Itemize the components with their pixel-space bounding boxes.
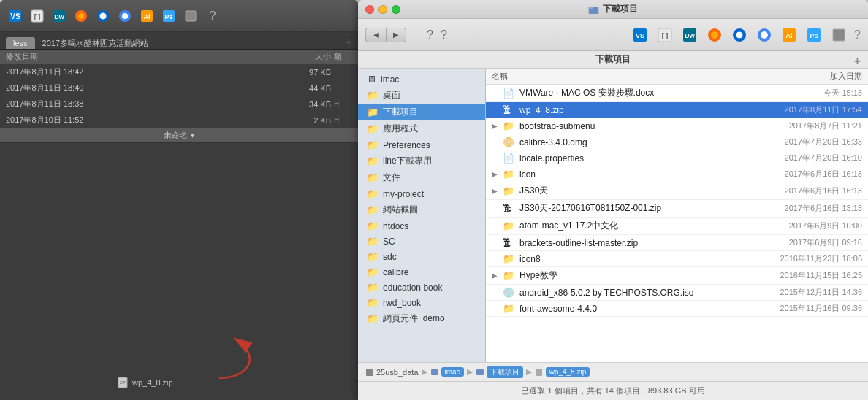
expand-arrow: ▶ xyxy=(492,122,499,130)
folder-icon: 📁 xyxy=(367,313,378,324)
sidebar-item-desktop[interactable]: 📁 桌面 xyxy=(358,87,485,104)
folder-icon: 📁 xyxy=(367,90,378,101)
file-entry[interactable]: ▶ 📁 icon 2017年6月16日 16:13 xyxy=(486,166,868,182)
iso-icon: 💿 xyxy=(503,287,516,298)
date-column-header: 修改日期 xyxy=(6,51,291,62)
finder-subtitle: 下載項目 + xyxy=(358,51,868,69)
photoshop-icon[interactable]: Ps xyxy=(159,7,178,26)
svg-text:Ps: Ps xyxy=(810,32,818,39)
file-list: 2017年8月11日 18:42 97 KB 2017年8月11日 18:40 … xyxy=(0,64,358,128)
sidebar-item-sdc[interactable]: 📁 sdc xyxy=(358,249,485,264)
type-column-header: 類 xyxy=(334,51,352,62)
file-entry-selected[interactable]: 🗜 wp_4_8.zip 2017年8月11日 17:54 xyxy=(486,102,868,118)
illustrator-icon[interactable]: Ai xyxy=(137,7,156,26)
sidebar-item-myproject[interactable]: 📁 my-project xyxy=(358,186,485,201)
size-column-header: 大小 xyxy=(291,51,331,62)
svg-rect-42 xyxy=(536,369,542,376)
help-button-2[interactable]: ? xyxy=(441,28,447,42)
file-entry[interactable]: 📁 icon8 2016年11月23日 18:06 xyxy=(486,251,868,267)
toolbar-vs-icon[interactable]: VS xyxy=(631,26,650,45)
sidebar-item-apps[interactable]: 📁 應用程式 xyxy=(358,120,485,137)
new-tab-button[interactable]: + xyxy=(346,36,352,49)
file-entry[interactable]: 🗜 brackets-outline-list-master.zip 2017年… xyxy=(486,235,868,251)
file-row[interactable]: 2017年8月11日 18:42 97 KB xyxy=(0,64,358,80)
file-entry[interactable]: 📄 VMWare - MAC OS 安裝步驟.docx 今天 15:13 xyxy=(486,85,868,102)
sidebar-item-screenshots[interactable]: 📁 網站截圖 xyxy=(358,201,485,218)
finder-titlebar: 下載項目 xyxy=(358,0,868,19)
svg-point-33 xyxy=(761,31,768,39)
sidebar-item-imac[interactable]: 🖥 imac xyxy=(358,72,485,87)
sidebar-item-webcomponents[interactable]: 📁 網頁元件_demo xyxy=(358,310,485,327)
toolbar-ai-icon[interactable]: Ai xyxy=(780,26,799,45)
svg-text:[ ]: [ ] xyxy=(34,13,41,20)
file-entry[interactable]: ▶ 📁 Hype教學 2016年11月15日 16:25 xyxy=(486,267,868,285)
toolbar-ps-icon[interactable]: Ps xyxy=(804,26,823,45)
add-item-button[interactable]: + xyxy=(854,55,861,68)
finder-window: 下載項目 ◀ ▶ ? ? VS [ ] Dw xyxy=(358,0,868,400)
sidebar-item-files[interactable]: 📁 文件 xyxy=(358,169,485,186)
zip-file-icon: ZIP xyxy=(117,377,129,388)
maximize-button[interactable] xyxy=(392,5,400,14)
sidebar-item-rwdbook[interactable]: 📁 rwd_book xyxy=(358,295,485,310)
file-entry[interactable]: 📁 atom-mac_v1.17.2中文化 2017年6月9日 10:00 xyxy=(486,218,868,235)
file-entry[interactable]: 📁 font-awesome-4.4.0 2015年11月16日 09:36 xyxy=(486,301,868,317)
file-entry[interactable]: 💿 android_x86-5.0.2 by TECHPOSTS.ORG.iso… xyxy=(486,285,868,301)
visual-studio-icon[interactable]: VS xyxy=(6,7,25,26)
path-item[interactable]: 25usb_data xyxy=(365,368,419,377)
file-icon: 📄 xyxy=(503,88,516,99)
path-item[interactable]: imac xyxy=(430,367,464,377)
path-item[interactable]: wp_4_8.zip xyxy=(535,367,590,377)
folder-icon: 📁 xyxy=(367,282,378,293)
path-item[interactable]: 下載項目 xyxy=(476,366,523,378)
chrome-icon[interactable] xyxy=(115,7,134,26)
file-list-header: 修改日期 大小 類 xyxy=(0,50,358,64)
sidebar-item-htdocs[interactable]: 📁 htdocs xyxy=(358,218,485,234)
nav-buttons: ◀ ▶ xyxy=(365,28,406,42)
file-row[interactable]: 2017年8月10日 11:52 2 KB H xyxy=(0,112,358,128)
toolbar-chrome-icon[interactable] xyxy=(755,26,774,45)
help-icon[interactable]: ? xyxy=(203,7,222,26)
toolbar-compress-icon[interactable] xyxy=(829,26,848,45)
toolbar-help-icon[interactable]: ? xyxy=(854,28,861,42)
compress-icon[interactable] xyxy=(181,7,200,26)
toolbar-ff-icon[interactable] xyxy=(705,26,724,45)
firefox-icon[interactable] xyxy=(72,7,91,26)
help-button-1[interactable]: ? xyxy=(427,28,433,42)
sidebar-item-calibre[interactable]: 📁 calibre xyxy=(358,264,485,280)
sidebar-item-sc[interactable]: 📁 SC xyxy=(358,234,485,249)
dreamweaver-icon[interactable]: Dw xyxy=(50,7,69,26)
less-tab[interactable]: less xyxy=(6,37,35,49)
toolbar-safari-icon[interactable] xyxy=(730,26,749,45)
file-entry[interactable]: 📀 calibre-3.4.0.dmg 2017年7月20日 16:33 xyxy=(486,134,868,150)
svg-point-7 xyxy=(78,13,84,19)
file-row[interactable]: 2017年8月11日 18:40 44 KB xyxy=(0,80,358,96)
file-row[interactable]: 2017年8月11日 18:38 34 KB H xyxy=(0,96,358,112)
folder-icon: 📁 xyxy=(367,297,378,308)
folder-icon: 📁 xyxy=(503,120,516,131)
folder-icon: 📁 xyxy=(503,185,516,196)
back-button[interactable]: ◀ xyxy=(365,28,386,42)
close-button[interactable] xyxy=(365,5,374,14)
left-editor-panel: VS [ ] Dw Ai Ps ? less xyxy=(0,0,358,400)
toolbar-brackets-icon[interactable]: [ ] xyxy=(655,26,674,45)
folder-icon: 📁 xyxy=(367,107,378,118)
toolbar-dw-icon[interactable]: Dw xyxy=(680,26,699,45)
folder-icon: 📁 xyxy=(503,253,516,264)
brackets-icon[interactable]: [ ] xyxy=(28,7,47,26)
sidebar-item-educationbook[interactable]: 📁 education book xyxy=(358,280,485,295)
forward-button[interactable]: ▶ xyxy=(386,28,406,42)
file-entry[interactable]: 📄 locale.properties 2017年7月20日 16:10 xyxy=(486,150,868,166)
sidebar-item-preferences[interactable]: 📁 Preferences xyxy=(358,137,485,153)
safari-icon[interactable] xyxy=(94,7,113,26)
expand-arrow: ▶ xyxy=(492,170,499,178)
minimize-button[interactable] xyxy=(378,5,387,14)
zip-icon: 🗜 xyxy=(503,104,516,115)
sidebar-item-linedownload[interactable]: 📁 line下載專用 xyxy=(358,153,485,169)
file-entry[interactable]: 🗜 JS30天-20170616T081150Z-001.zip 2017年6月… xyxy=(486,200,868,218)
bottom-file-item: ZIP wp_4_8.zip xyxy=(117,377,173,388)
file-entry[interactable]: ▶ 📁 JS30天 2017年6月16日 16:13 xyxy=(486,182,868,200)
svg-text:Ai: Ai xyxy=(144,13,151,20)
file-entry[interactable]: ▶ 📁 bootstrap-submenu 2017年8月7日 11:21 xyxy=(486,118,868,134)
expand-arrow: ▶ xyxy=(492,187,499,195)
sidebar-item-downloads[interactable]: 📁 下載項目 xyxy=(358,104,485,120)
